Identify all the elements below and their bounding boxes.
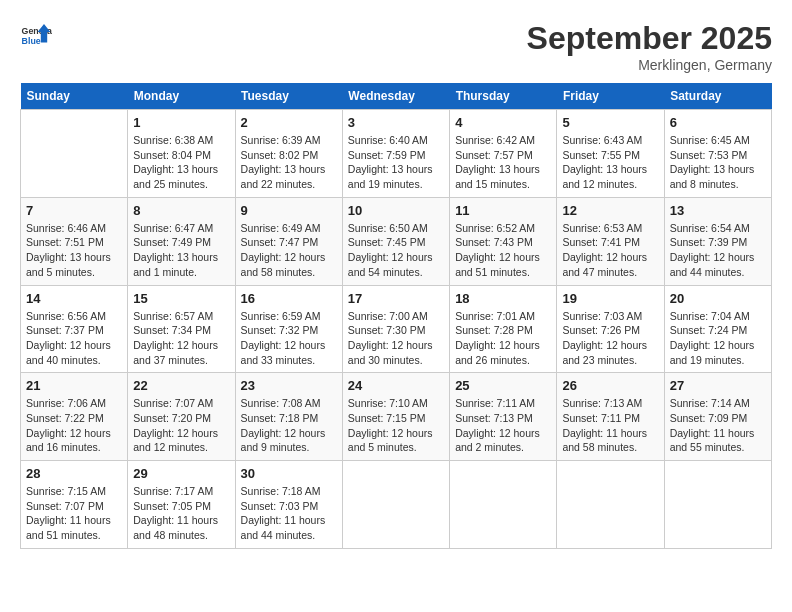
calendar-cell [21, 110, 128, 198]
calendar-cell: 19Sunrise: 7:03 AMSunset: 7:26 PMDayligh… [557, 285, 664, 373]
weekday-header-friday: Friday [557, 83, 664, 110]
day-number: 4 [455, 115, 551, 130]
weekday-header-wednesday: Wednesday [342, 83, 449, 110]
day-info: Sunrise: 6:56 AMSunset: 7:37 PMDaylight:… [26, 309, 122, 368]
day-info: Sunrise: 6:54 AMSunset: 7:39 PMDaylight:… [670, 221, 766, 280]
calendar-cell: 21Sunrise: 7:06 AMSunset: 7:22 PMDayligh… [21, 373, 128, 461]
calendar-cell: 22Sunrise: 7:07 AMSunset: 7:20 PMDayligh… [128, 373, 235, 461]
calendar-cell: 3Sunrise: 6:40 AMSunset: 7:59 PMDaylight… [342, 110, 449, 198]
calendar-cell: 17Sunrise: 7:00 AMSunset: 7:30 PMDayligh… [342, 285, 449, 373]
logo: General Blue [20, 20, 52, 52]
title-block: September 2025 Merklingen, Germany [527, 20, 772, 73]
calendar-cell [450, 461, 557, 549]
day-number: 30 [241, 466, 337, 481]
calendar-cell: 5Sunrise: 6:43 AMSunset: 7:55 PMDaylight… [557, 110, 664, 198]
calendar-cell: 6Sunrise: 6:45 AMSunset: 7:53 PMDaylight… [664, 110, 771, 198]
day-info: Sunrise: 6:52 AMSunset: 7:43 PMDaylight:… [455, 221, 551, 280]
calendar-cell: 12Sunrise: 6:53 AMSunset: 7:41 PMDayligh… [557, 197, 664, 285]
calendar-cell: 10Sunrise: 6:50 AMSunset: 7:45 PMDayligh… [342, 197, 449, 285]
day-info: Sunrise: 6:53 AMSunset: 7:41 PMDaylight:… [562, 221, 658, 280]
day-info: Sunrise: 7:04 AMSunset: 7:24 PMDaylight:… [670, 309, 766, 368]
day-number: 1 [133, 115, 229, 130]
calendar-cell: 11Sunrise: 6:52 AMSunset: 7:43 PMDayligh… [450, 197, 557, 285]
day-info: Sunrise: 7:14 AMSunset: 7:09 PMDaylight:… [670, 396, 766, 455]
day-number: 27 [670, 378, 766, 393]
calendar-cell: 7Sunrise: 6:46 AMSunset: 7:51 PMDaylight… [21, 197, 128, 285]
weekday-header-thursday: Thursday [450, 83, 557, 110]
day-info: Sunrise: 6:40 AMSunset: 7:59 PMDaylight:… [348, 133, 444, 192]
day-info: Sunrise: 6:39 AMSunset: 8:02 PMDaylight:… [241, 133, 337, 192]
day-number: 21 [26, 378, 122, 393]
week-row-2: 7Sunrise: 6:46 AMSunset: 7:51 PMDaylight… [21, 197, 772, 285]
week-row-5: 28Sunrise: 7:15 AMSunset: 7:07 PMDayligh… [21, 461, 772, 549]
day-info: Sunrise: 6:50 AMSunset: 7:45 PMDaylight:… [348, 221, 444, 280]
day-info: Sunrise: 6:43 AMSunset: 7:55 PMDaylight:… [562, 133, 658, 192]
day-info: Sunrise: 7:07 AMSunset: 7:20 PMDaylight:… [133, 396, 229, 455]
day-info: Sunrise: 7:01 AMSunset: 7:28 PMDaylight:… [455, 309, 551, 368]
day-number: 22 [133, 378, 229, 393]
calendar-cell: 13Sunrise: 6:54 AMSunset: 7:39 PMDayligh… [664, 197, 771, 285]
calendar-cell: 25Sunrise: 7:11 AMSunset: 7:13 PMDayligh… [450, 373, 557, 461]
calendar-cell: 18Sunrise: 7:01 AMSunset: 7:28 PMDayligh… [450, 285, 557, 373]
location-subtitle: Merklingen, Germany [527, 57, 772, 73]
day-number: 9 [241, 203, 337, 218]
day-number: 14 [26, 291, 122, 306]
calendar-cell [342, 461, 449, 549]
day-info: Sunrise: 6:46 AMSunset: 7:51 PMDaylight:… [26, 221, 122, 280]
day-number: 5 [562, 115, 658, 130]
day-info: Sunrise: 7:13 AMSunset: 7:11 PMDaylight:… [562, 396, 658, 455]
day-info: Sunrise: 6:49 AMSunset: 7:47 PMDaylight:… [241, 221, 337, 280]
weekday-header-sunday: Sunday [21, 83, 128, 110]
day-number: 20 [670, 291, 766, 306]
day-number: 8 [133, 203, 229, 218]
day-info: Sunrise: 6:38 AMSunset: 8:04 PMDaylight:… [133, 133, 229, 192]
calendar-cell [664, 461, 771, 549]
calendar-table: SundayMondayTuesdayWednesdayThursdayFrid… [20, 83, 772, 549]
calendar-cell: 30Sunrise: 7:18 AMSunset: 7:03 PMDayligh… [235, 461, 342, 549]
page-header: General Blue September 2025 Merklingen, … [20, 20, 772, 73]
day-number: 7 [26, 203, 122, 218]
calendar-cell: 26Sunrise: 7:13 AMSunset: 7:11 PMDayligh… [557, 373, 664, 461]
day-number: 25 [455, 378, 551, 393]
calendar-cell: 29Sunrise: 7:17 AMSunset: 7:05 PMDayligh… [128, 461, 235, 549]
logo-icon: General Blue [20, 20, 52, 52]
calendar-cell: 4Sunrise: 6:42 AMSunset: 7:57 PMDaylight… [450, 110, 557, 198]
calendar-cell: 16Sunrise: 6:59 AMSunset: 7:32 PMDayligh… [235, 285, 342, 373]
svg-text:Blue: Blue [22, 36, 41, 46]
day-info: Sunrise: 7:15 AMSunset: 7:07 PMDaylight:… [26, 484, 122, 543]
calendar-cell: 23Sunrise: 7:08 AMSunset: 7:18 PMDayligh… [235, 373, 342, 461]
day-number: 26 [562, 378, 658, 393]
day-number: 10 [348, 203, 444, 218]
calendar-cell: 8Sunrise: 6:47 AMSunset: 7:49 PMDaylight… [128, 197, 235, 285]
week-row-3: 14Sunrise: 6:56 AMSunset: 7:37 PMDayligh… [21, 285, 772, 373]
day-number: 24 [348, 378, 444, 393]
calendar-cell: 24Sunrise: 7:10 AMSunset: 7:15 PMDayligh… [342, 373, 449, 461]
day-number: 16 [241, 291, 337, 306]
day-number: 6 [670, 115, 766, 130]
day-number: 17 [348, 291, 444, 306]
calendar-cell: 15Sunrise: 6:57 AMSunset: 7:34 PMDayligh… [128, 285, 235, 373]
day-number: 12 [562, 203, 658, 218]
weekday-header-monday: Monday [128, 83, 235, 110]
day-number: 11 [455, 203, 551, 218]
day-info: Sunrise: 7:06 AMSunset: 7:22 PMDaylight:… [26, 396, 122, 455]
calendar-cell: 1Sunrise: 6:38 AMSunset: 8:04 PMDaylight… [128, 110, 235, 198]
day-number: 28 [26, 466, 122, 481]
day-number: 23 [241, 378, 337, 393]
day-info: Sunrise: 7:08 AMSunset: 7:18 PMDaylight:… [241, 396, 337, 455]
day-info: Sunrise: 7:00 AMSunset: 7:30 PMDaylight:… [348, 309, 444, 368]
day-info: Sunrise: 7:10 AMSunset: 7:15 PMDaylight:… [348, 396, 444, 455]
day-number: 15 [133, 291, 229, 306]
day-info: Sunrise: 6:42 AMSunset: 7:57 PMDaylight:… [455, 133, 551, 192]
day-number: 18 [455, 291, 551, 306]
weekday-header-saturday: Saturday [664, 83, 771, 110]
calendar-cell: 28Sunrise: 7:15 AMSunset: 7:07 PMDayligh… [21, 461, 128, 549]
week-row-1: 1Sunrise: 6:38 AMSunset: 8:04 PMDaylight… [21, 110, 772, 198]
day-number: 29 [133, 466, 229, 481]
calendar-cell: 27Sunrise: 7:14 AMSunset: 7:09 PMDayligh… [664, 373, 771, 461]
weekday-header-tuesday: Tuesday [235, 83, 342, 110]
calendar-cell: 2Sunrise: 6:39 AMSunset: 8:02 PMDaylight… [235, 110, 342, 198]
week-row-4: 21Sunrise: 7:06 AMSunset: 7:22 PMDayligh… [21, 373, 772, 461]
day-number: 19 [562, 291, 658, 306]
day-info: Sunrise: 6:45 AMSunset: 7:53 PMDaylight:… [670, 133, 766, 192]
